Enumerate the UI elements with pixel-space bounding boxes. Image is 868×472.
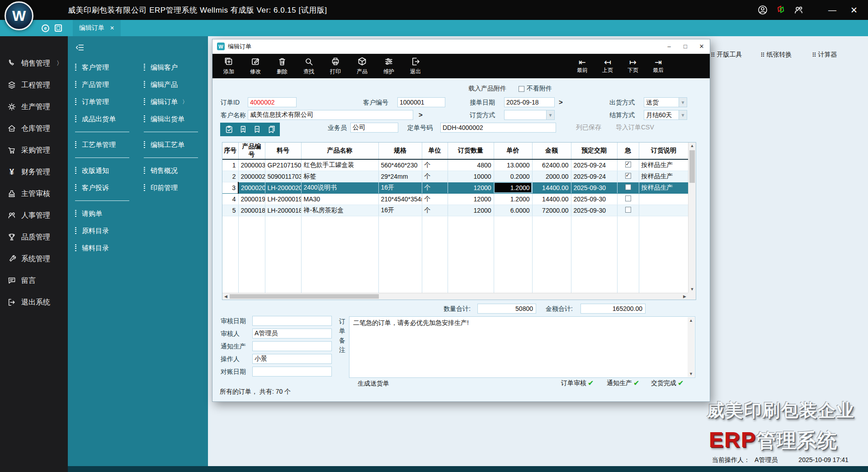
tool-plate-maker[interactable]: ⠿开版工具 bbox=[711, 51, 742, 59]
product-button[interactable]: 产品 bbox=[351, 57, 373, 76]
delivery-complete-status[interactable]: 交货完成✔ bbox=[651, 379, 684, 387]
dropdown-arrow-icon[interactable]: ▼ bbox=[679, 98, 687, 107]
ship-method-select[interactable]: 送货▼ bbox=[644, 97, 687, 107]
vertical-scrollbar[interactable]: ▲ ▼ bbox=[688, 143, 696, 293]
sidebar-item-purchasing[interactable]: 采购管理 bbox=[0, 139, 68, 161]
submenu-item[interactable]: 客户管理 bbox=[75, 59, 141, 76]
dropdown-arrow-icon[interactable]: ▼ bbox=[679, 110, 687, 119]
scroll-left-icon[interactable]: ◀ bbox=[222, 293, 229, 300]
submenu-item[interactable]: 工艺单管理 bbox=[75, 136, 141, 153]
reviewer-field[interactable] bbox=[252, 329, 332, 339]
load-attachment-link[interactable]: 载入产品附件 bbox=[468, 85, 506, 93]
horizontal-scrollbar[interactable]: ◀ ▶ bbox=[222, 293, 688, 300]
reconcile-date-field[interactable] bbox=[252, 367, 332, 377]
tool-calculator[interactable]: ⠿计算器 bbox=[812, 51, 837, 59]
sidebar-item-system[interactable]: 系统管理 bbox=[0, 248, 68, 270]
submenu-item[interactable]: 印前管理 bbox=[144, 179, 205, 196]
scroll-right-icon[interactable]: ▶ bbox=[681, 293, 688, 300]
submenu-item[interactable]: 成品出货单 bbox=[75, 110, 141, 128]
order-id-field[interactable] bbox=[248, 97, 297, 107]
dialog-maximize-button[interactable]: □ bbox=[677, 41, 693, 52]
order-date-picker-arrow[interactable]: > bbox=[559, 97, 563, 107]
salesman-field[interactable] bbox=[350, 123, 398, 133]
last-record-button[interactable]: ⇥最后 bbox=[648, 58, 668, 74]
sidebar-item-finance[interactable]: ¥ 财务管理 bbox=[0, 161, 68, 183]
order-date-field[interactable] bbox=[504, 97, 555, 107]
order-remark-textarea[interactable]: 二笔急的订单，请务必优先加急安排生产! bbox=[349, 317, 695, 377]
next-page-button[interactable]: ↦下页 bbox=[623, 58, 643, 74]
submenu-item[interactable]: 订单管理 bbox=[75, 93, 141, 110]
customer-name-field[interactable] bbox=[248, 110, 413, 120]
first-record-button[interactable]: ⇤最前 bbox=[572, 58, 592, 74]
make-delivery-note-link[interactable]: 生成送货单 bbox=[358, 380, 389, 388]
sidebar-item-hr[interactable]: 人事管理 bbox=[0, 205, 68, 226]
exit-button[interactable]: 退出 bbox=[405, 57, 426, 76]
submenu-item-current[interactable]: 编辑订单〉 bbox=[144, 93, 205, 110]
users-icon[interactable] bbox=[794, 5, 804, 15]
tool-paper-convert[interactable]: ⠿纸张转换 bbox=[760, 51, 792, 59]
import-csv-link[interactable]: 导入订单CSV bbox=[616, 124, 654, 132]
tab-edit-order[interactable]: 编辑订单 ✕ bbox=[73, 20, 121, 36]
settle-method-select[interactable]: 月结60天▼ bbox=[644, 110, 687, 120]
unit-price-edit-cell[interactable]: 1.2000 bbox=[494, 182, 532, 193]
submenu-item[interactable]: 客户投诉 bbox=[75, 179, 141, 196]
columns-saved-link[interactable]: 列已保存 bbox=[576, 124, 601, 132]
urgent-checkbox[interactable] bbox=[625, 195, 631, 201]
submenu-item[interactable]: 产品管理 bbox=[75, 76, 141, 93]
urgent-checkbox[interactable] bbox=[625, 184, 631, 190]
submenu-item[interactable]: 编辑出货单 bbox=[144, 110, 205, 128]
checkbox-icon[interactable] bbox=[519, 86, 524, 92]
production-notified-status[interactable]: 通知生产✔ bbox=[607, 379, 639, 387]
find-button[interactable]: 查找 bbox=[298, 57, 320, 76]
prev-page-button[interactable]: ↤上页 bbox=[598, 58, 618, 74]
sidebar-item-sales[interactable]: 销售管理 〉 bbox=[0, 52, 68, 74]
order-reviewed-status[interactable]: 订单审核✔ bbox=[561, 379, 594, 387]
order-no-field[interactable] bbox=[440, 123, 556, 133]
submenu-item[interactable]: 销售概况 bbox=[144, 162, 205, 179]
remark-scrollbar[interactable]: ▲▼ bbox=[688, 317, 694, 377]
scrollbar-thumb[interactable] bbox=[689, 150, 695, 183]
sidebar-item-engineering[interactable]: 工程管理 bbox=[0, 74, 68, 96]
sidebar-item-supervisor-review[interactable]: 主管审核 bbox=[0, 183, 68, 205]
scroll-down-icon[interactable]: ▼ bbox=[689, 286, 696, 293]
sidebar-item-messages[interactable]: 留言 bbox=[0, 270, 68, 291]
order-method-select[interactable]: ▼ bbox=[504, 110, 555, 120]
modules-icon[interactable] bbox=[776, 5, 786, 15]
dialog-titlebar[interactable]: W 编辑订单 – □ ✕ bbox=[212, 39, 710, 54]
urgent-checkbox[interactable] bbox=[625, 173, 631, 179]
account-icon[interactable] bbox=[758, 5, 768, 15]
print-button[interactable]: 打印 bbox=[325, 57, 346, 76]
table-row[interactable]: 5 2000018 LH-2000018 禅-私房茶彩盒 16开 个 12000… bbox=[222, 205, 689, 216]
tab-close-icon[interactable]: ✕ bbox=[110, 25, 114, 31]
sidebar-item-production[interactable]: 生产管理 bbox=[0, 96, 68, 118]
customer-picker-arrow[interactable]: > bbox=[419, 110, 423, 120]
delete-button[interactable]: 删除 bbox=[271, 57, 293, 76]
submenu-item[interactable]: 辅料目录 bbox=[75, 239, 141, 257]
review-date-field[interactable] bbox=[252, 316, 332, 326]
table-row[interactable]: 4 2000019 LH-2000019 MA30 210*4540*354r … bbox=[222, 193, 689, 205]
dialog-close-button[interactable]: ✕ bbox=[693, 41, 710, 52]
skip-attachment-checkbox[interactable]: 不看附件 bbox=[519, 85, 552, 93]
submenu-item[interactable]: 编辑客户 bbox=[144, 59, 205, 76]
submenu-item[interactable]: 改版通知 bbox=[75, 162, 141, 179]
notify-production-field[interactable] bbox=[252, 341, 332, 351]
scrollbar-thumb[interactable] bbox=[230, 294, 379, 299]
add-button[interactable]: 添加 bbox=[218, 57, 240, 76]
scroll-up-icon[interactable]: ▲ bbox=[689, 143, 696, 149]
sidebar-item-logout[interactable]: 退出系统 bbox=[0, 291, 68, 313]
window-icon[interactable] bbox=[55, 24, 62, 32]
minimize-button[interactable]: — bbox=[826, 5, 839, 15]
maintain-button[interactable]: 维护 bbox=[378, 57, 400, 76]
close-button[interactable]: ✕ bbox=[847, 5, 861, 15]
table-row[interactable]: 2 2000002 5090011703D 标签 29*24mm 个 10000… bbox=[222, 171, 689, 182]
sidebar-item-warehouse[interactable]: 仓库管理 bbox=[0, 118, 68, 139]
dropdown-arrow-icon[interactable]: ▼ bbox=[546, 110, 554, 119]
submenu-item[interactable]: 原料目录 bbox=[75, 222, 141, 239]
browser-icon[interactable]: e bbox=[42, 24, 49, 32]
collapse-menu-icon[interactable] bbox=[75, 43, 85, 52]
submenu-item[interactable]: 编辑产品 bbox=[144, 76, 205, 93]
dialog-minimize-button[interactable]: – bbox=[661, 41, 677, 52]
urgent-checkbox[interactable] bbox=[625, 207, 631, 213]
urgent-checkbox[interactable] bbox=[625, 162, 631, 167]
table-row[interactable]: 1 2000003 GP210715008 红色款手工罐盒装 560*460*2… bbox=[222, 159, 689, 171]
